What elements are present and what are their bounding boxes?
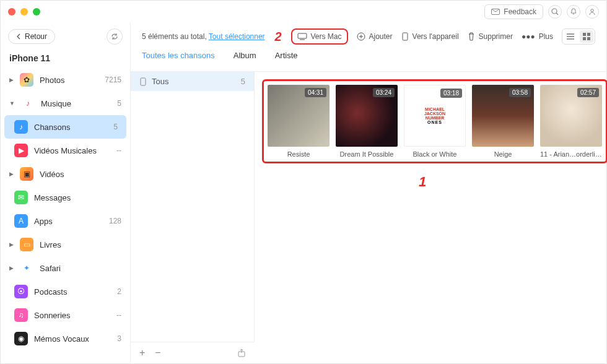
plus-circle-icon (357, 32, 365, 41)
list-view-button[interactable] (564, 30, 577, 43)
song-card[interactable]: 04:31 Resiste (268, 85, 330, 158)
close-window-button[interactable] (8, 8, 15, 15)
song-card[interactable]: 02:57 11 - Arian…orderline (540, 85, 602, 158)
content-tabs: Toutes les chansons Album Artiste (131, 51, 606, 72)
toolbar: 5 éléments au total, Tout sélectionner 2… (131, 22, 606, 51)
dots-icon: ●●● (522, 32, 535, 41)
remove-playlist-button[interactable]: − (155, 347, 160, 358)
sidebar-item-sonneries[interactable]: ♫ Sonneries -- (1, 303, 130, 327)
song-card[interactable]: 03:24 Dream It Possible (336, 85, 398, 158)
search-icon (551, 8, 559, 15)
sidebar-item-count: -- (116, 146, 121, 155)
delete-button[interactable]: Supprimer (468, 32, 513, 41)
feedback-button[interactable]: Feedback (484, 4, 543, 19)
to-device-button[interactable]: Vers l'appareil (401, 32, 459, 41)
song-thumbnail: 03:58 (472, 85, 534, 147)
song-duration: 03:18 (440, 89, 462, 98)
maximize-window-button[interactable] (33, 8, 40, 15)
sidebar-item-chansons[interactable]: ♪ Chansons 5 (4, 115, 126, 139)
sidebar-item-livres[interactable]: ▶ ▭ Livres (1, 233, 130, 256)
sidebar-item-apps[interactable]: A Apps 128 (1, 209, 130, 233)
safari-icon: ✦ (20, 261, 33, 275)
sidebar-item-messages[interactable]: ✉ Messages (1, 186, 130, 209)
sidebar: Retour iPhone 11 ▶ ✿ Photos 7215 ▼ ♪ Mus… (1, 22, 131, 363)
song-title: 11 - Arian…orderline (540, 150, 602, 158)
sidebar-item-photos[interactable]: ▶ ✿ Photos 7215 (1, 68, 130, 92)
refresh-button[interactable] (107, 28, 123, 45)
sidebar-item-count: -- (116, 311, 121, 319)
sidebar-item-label: Podcasts (34, 287, 111, 297)
song-thumbnail: MICHAELJACKSONNUMBERONES 03:18 (404, 85, 466, 147)
to-device-icon (401, 32, 409, 41)
song-card[interactable]: MICHAELJACKSONNUMBERONES 03:18 Black or … (404, 85, 466, 158)
svg-rect-17 (141, 78, 146, 85)
sidebar-item-podcasts[interactable]: ⦿ Podcasts 2 (1, 280, 130, 303)
account-button[interactable] (585, 5, 599, 19)
trash-icon (468, 32, 475, 41)
view-toggle (562, 28, 595, 45)
song-card[interactable]: 03:58 Neige (472, 85, 534, 158)
voice-memos-icon: ◉ (14, 332, 28, 345)
sidebar-item-videos-musicales[interactable]: ▶ Vidéos Musicales -- (1, 139, 130, 162)
sidebar-item-musique[interactable]: ▼ ♪ Musique 5 (1, 92, 130, 115)
chevron-down-icon: ▼ (9, 100, 15, 106)
svg-point-1 (552, 9, 557, 14)
chevron-right-icon: ▶ (9, 241, 14, 248)
refresh-icon (110, 32, 119, 41)
song-duration: 03:58 (509, 88, 531, 97)
svg-rect-9 (403, 33, 408, 40)
bottom-bar: + − (131, 342, 255, 363)
chevron-right-icon: ▶ (9, 265, 14, 271)
to-mac-button[interactable]: Vers Mac (297, 32, 342, 41)
sidebar-item-label: Mémos Vocaux (34, 334, 111, 344)
summary-text: 5 éléments au total, Tout sélectionner (142, 32, 265, 41)
search-button[interactable] (548, 5, 562, 19)
song-duration: 03:24 (373, 88, 395, 97)
tab-album[interactable]: Album (234, 51, 256, 65)
add-playlist-button[interactable]: + (139, 347, 145, 358)
user-icon (588, 8, 596, 15)
sidebar-item-label: Musique (41, 99, 111, 108)
svg-line-2 (556, 13, 558, 15)
device-name: iPhone 11 (1, 51, 130, 68)
sidebar-item-safari[interactable]: ▶ ✦ Safari (1, 256, 130, 280)
delete-label: Supprimer (479, 32, 513, 41)
sidebar-item-memos-vocaux[interactable]: ◉ Mémos Vocaux 3 (1, 327, 130, 350)
filter-all[interactable]: Tous 5 (131, 72, 254, 91)
share-button[interactable] (237, 349, 246, 357)
photos-icon: ✿ (20, 73, 33, 87)
apps-icon: A (14, 214, 28, 228)
sidebar-item-label: Messages (34, 193, 121, 202)
share-icon (237, 349, 246, 357)
bell-icon (570, 8, 577, 15)
filter-all-count: 5 (241, 77, 245, 86)
grid-view-button[interactable] (580, 30, 593, 43)
add-button[interactable]: Ajouter (357, 32, 393, 41)
select-all-link[interactable]: Tout sélectionner (209, 32, 265, 41)
svg-rect-14 (587, 33, 590, 36)
grid-icon (583, 33, 590, 40)
sidebar-nav: ▶ ✿ Photos 7215 ▼ ♪ Musique 5 ♪ Chansons… (1, 68, 130, 363)
tab-all-songs[interactable]: Toutes les chansons (142, 51, 215, 65)
sidebar-item-count: 5 (117, 99, 121, 108)
sidebar-item-label: Photos (40, 76, 98, 85)
chevron-right-icon: ▶ (9, 171, 14, 177)
arrow-left-icon (16, 33, 22, 40)
more-button[interactable]: ●●● Plus (522, 32, 553, 41)
to-device-label: Vers l'appareil (413, 32, 459, 41)
sidebar-item-videos[interactable]: ▶ ▣ Vidéos (1, 162, 130, 186)
notifications-button[interactable] (567, 5, 580, 19)
annotation-highlight-1: 04:31 Resiste 03:24 Dream It Possible (262, 79, 607, 163)
minimize-window-button[interactable] (20, 8, 28, 15)
sidebar-item-label: Livres (40, 240, 121, 249)
back-button[interactable]: Retour (8, 29, 55, 44)
svg-rect-16 (587, 37, 590, 40)
summary-prefix: 5 éléments au total, (142, 32, 209, 41)
tab-artiste[interactable]: Artiste (275, 51, 298, 65)
album-art-text: MICHAELJACKSONNUMBERONES (424, 107, 445, 124)
mail-icon (491, 9, 500, 15)
sidebar-item-count: 7215 (105, 76, 121, 84)
chevron-right-icon: ▶ (9, 77, 14, 83)
filter-column: Tous 5 (131, 72, 255, 342)
song-duration: 02:57 (577, 88, 599, 97)
